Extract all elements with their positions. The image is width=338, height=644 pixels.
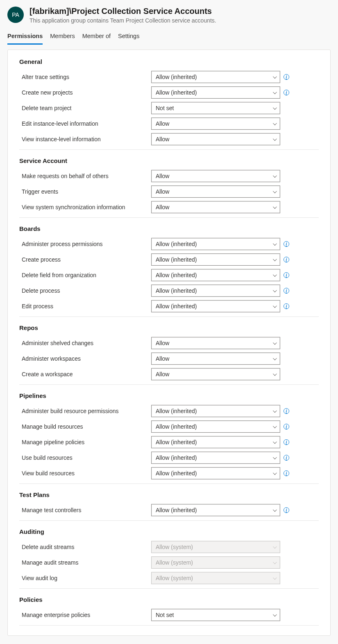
- permission-value: Not set: [156, 612, 174, 618]
- permission-row: Edit instance-level informationAllow: [19, 116, 319, 131]
- info-icon[interactable]: [284, 272, 289, 278]
- info-icon[interactable]: [284, 470, 289, 476]
- permission-select[interactable]: Allow (inherited): [151, 285, 280, 297]
- chevron-down-icon: [273, 137, 277, 141]
- chevron-down-icon: [273, 356, 277, 360]
- permission-row: Manage build resourcesAllow (inherited): [19, 419, 319, 434]
- section-divider: [19, 588, 319, 589]
- chevron-down-icon: [273, 273, 277, 277]
- permission-select[interactable]: Allow (inherited): [151, 467, 280, 479]
- permission-row: View system synchronization informationA…: [19, 199, 319, 215]
- permission-value: Allow (inherited): [156, 287, 197, 294]
- permission-value: Allow (inherited): [156, 454, 197, 461]
- permission-select[interactable]: Allow: [151, 118, 280, 130]
- info-icon[interactable]: [284, 257, 289, 262]
- permission-select[interactable]: Allow (inherited): [151, 436, 280, 448]
- permission-row: Delete processAllow (inherited): [19, 283, 319, 298]
- permission-select[interactable]: Allow (inherited): [151, 269, 280, 281]
- chevron-down-icon: [273, 372, 277, 376]
- permission-label: Delete field from organization: [19, 272, 151, 278]
- permission-select[interactable]: Allow (inherited): [151, 253, 280, 266]
- section-heading: Pipelines: [19, 392, 319, 399]
- info-icon[interactable]: [284, 424, 289, 429]
- info-icon[interactable]: [284, 288, 289, 294]
- tab-members[interactable]: Members: [50, 31, 75, 45]
- permission-label: Manage build resources: [19, 423, 151, 430]
- info-column: [280, 288, 293, 294]
- permission-select[interactable]: Allow: [151, 368, 280, 380]
- section-divider: [19, 625, 319, 626]
- info-icon[interactable]: [284, 303, 289, 309]
- tab-member-of[interactable]: Member of: [82, 31, 111, 45]
- permission-row: Delete audit streamsAllow (system): [19, 539, 319, 555]
- permission-select[interactable]: Not set: [151, 102, 280, 114]
- permission-row: View instance-level informationAllow: [19, 131, 319, 147]
- permission-select[interactable]: Allow: [151, 133, 280, 145]
- chevron-down-icon: [273, 545, 277, 549]
- permission-value: Allow (system): [156, 559, 193, 566]
- info-icon[interactable]: [284, 241, 289, 247]
- page-subtitle: This application group contains Team Pro…: [29, 17, 331, 24]
- permission-label: Manage audit streams: [19, 559, 151, 566]
- info-icon[interactable]: [284, 74, 289, 80]
- permission-select[interactable]: Allow (inherited): [151, 405, 280, 417]
- permission-row: Manage audit streamsAllow (system): [19, 555, 319, 570]
- permission-label: Alter trace settings: [19, 74, 151, 80]
- permission-select[interactable]: Allow (inherited): [151, 300, 280, 312]
- permission-label: View audit log: [19, 575, 151, 581]
- permission-select[interactable]: Allow: [151, 185, 280, 198]
- chevron-down-icon: [273, 560, 277, 564]
- permission-row: Alter trace settingsAllow (inherited): [19, 69, 319, 85]
- permission-select[interactable]: Allow: [151, 337, 280, 349]
- tabs: PermissionsMembersMember ofSettings: [0, 27, 338, 45]
- permission-select[interactable]: Allow: [151, 353, 280, 365]
- chevron-down-icon: [273, 471, 277, 475]
- chevron-down-icon: [273, 257, 277, 261]
- permission-select[interactable]: Allow (inherited): [151, 504, 280, 516]
- permission-label: Edit process: [19, 303, 151, 310]
- section-heading: General: [19, 58, 319, 65]
- tab-permissions[interactable]: Permissions: [7, 31, 43, 45]
- permission-select: Allow (system): [151, 572, 280, 584]
- permission-select[interactable]: Allow (inherited): [151, 238, 280, 250]
- tab-settings[interactable]: Settings: [118, 31, 139, 45]
- permission-value: Allow (inherited): [156, 507, 197, 513]
- permission-label: Use build resources: [19, 454, 151, 461]
- permission-label: Manage enterprise policies: [19, 612, 151, 618]
- info-icon[interactable]: [284, 455, 289, 461]
- info-icon[interactable]: [284, 507, 289, 513]
- permission-row: Create new projectsAllow (inherited): [19, 85, 319, 100]
- permission-row: Create processAllow (inherited): [19, 252, 319, 267]
- permission-row: Manage enterprise policiesNot set: [19, 607, 319, 623]
- permission-value: Allow: [156, 204, 169, 210]
- permissions-page: PA [fabrikam]\Project Collection Service…: [0, 0, 338, 636]
- permission-value: Allow (system): [156, 575, 193, 581]
- info-column: [280, 507, 293, 513]
- page-title: [fabrikam]\Project Collection Service Ac…: [29, 6, 331, 16]
- permission-select[interactable]: Allow (inherited): [151, 452, 280, 464]
- permission-label: Administer process permissions: [19, 241, 151, 247]
- permission-select[interactable]: Allow (inherited): [151, 86, 280, 99]
- permission-value: Allow (inherited): [156, 74, 197, 80]
- header: PA [fabrikam]\Project Collection Service…: [0, 0, 338, 27]
- permission-select[interactable]: Not set: [151, 609, 280, 621]
- chevron-down-icon: [273, 455, 277, 459]
- chevron-down-icon: [273, 75, 277, 79]
- permission-value: Allow (inherited): [156, 241, 197, 247]
- info-icon[interactable]: [284, 408, 289, 414]
- permission-select[interactable]: Allow (inherited): [151, 71, 280, 83]
- permission-select[interactable]: Allow (inherited): [151, 420, 280, 433]
- permission-select[interactable]: Allow: [151, 201, 280, 213]
- permission-value: Allow (inherited): [156, 272, 197, 278]
- info-icon[interactable]: [284, 90, 289, 95]
- permission-value: Allow: [156, 120, 169, 127]
- section-heading: Policies: [19, 596, 319, 603]
- permission-row: Manage pipeline policiesAllow (inherited…: [19, 434, 319, 450]
- chevron-down-icon: [273, 205, 277, 209]
- info-icon[interactable]: [284, 439, 289, 445]
- section-divider: [19, 149, 319, 150]
- permission-label: Delete audit streams: [19, 544, 151, 550]
- chevron-down-icon: [273, 174, 277, 178]
- permission-row: Delete team projectNot set: [19, 100, 319, 116]
- permission-select[interactable]: Allow: [151, 170, 280, 182]
